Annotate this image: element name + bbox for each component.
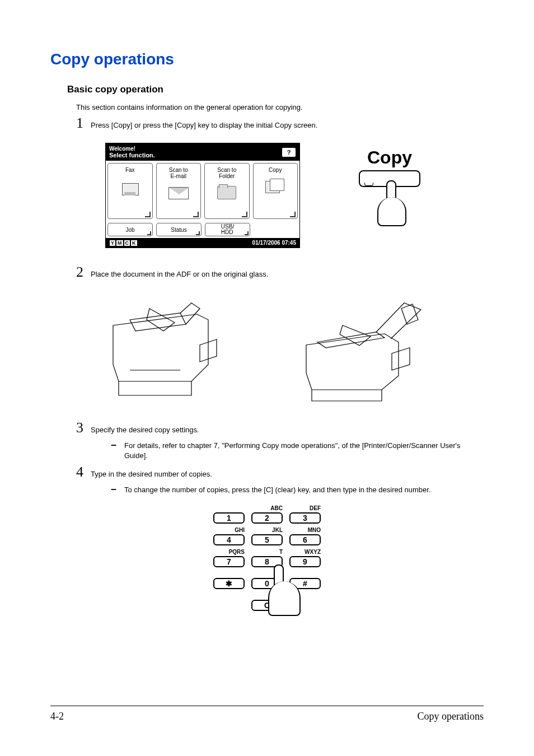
step-4-sub: – To change the number of copies, press … bbox=[111, 485, 484, 495]
figure-row-lcd-and-button: Welcome! Select function. ? Fax Scan to … bbox=[50, 143, 484, 248]
keypad-4[interactable]: 4 bbox=[213, 534, 245, 545]
keypad-star[interactable]: ✱ bbox=[213, 578, 245, 589]
toner-levels: YMCK bbox=[109, 240, 138, 246]
keypad-clear[interactable]: C bbox=[251, 600, 283, 611]
page-footer: 4-2 Copy operations bbox=[50, 706, 484, 722]
lcd-usb-hdd-button[interactable]: USB/ HDD bbox=[205, 223, 250, 236]
keypad-label-t: T bbox=[251, 549, 283, 556]
lcd-copy-button[interactable]: Copy bbox=[253, 163, 298, 219]
keypad-label-abc: ABC bbox=[251, 505, 283, 512]
lcd-fax-button[interactable]: Fax bbox=[107, 163, 153, 219]
dash-icon: – bbox=[111, 485, 124, 495]
lcd-scan-folder-button[interactable]: Scan to Folder bbox=[204, 163, 250, 219]
step-text: Specify the desired copy settings. bbox=[91, 426, 199, 434]
keypad-3[interactable]: 3 bbox=[289, 512, 321, 524]
printer-adf-illustration bbox=[96, 292, 242, 404]
keypad-5[interactable]: 5 bbox=[251, 534, 283, 545]
step-3-sub: – For details, refer to chapter 7, "Perf… bbox=[111, 441, 484, 460]
lcd-usb-hdd-label: USB/ HDD bbox=[221, 224, 234, 235]
step-4: 4 Type in the desired number of copies. bbox=[76, 464, 484, 480]
step-3-sub-text: For details, refer to chapter 7, "Perfor… bbox=[124, 441, 484, 460]
lcd-status-label: Status bbox=[171, 227, 186, 233]
lcd-status-button[interactable]: Status bbox=[156, 223, 202, 236]
subsection-heading: Basic copy operation bbox=[67, 84, 484, 95]
footer-page-number: 4-2 bbox=[50, 711, 64, 722]
step-text: Place the document in the ADF or on the … bbox=[91, 270, 268, 278]
toner-c: C bbox=[124, 240, 130, 246]
lcd-welcome: Welcome! bbox=[109, 146, 155, 152]
step-number: 3 bbox=[76, 419, 91, 436]
toner-y: Y bbox=[110, 240, 115, 246]
keypad-label-def: DEF bbox=[289, 505, 321, 512]
keypad-label-ghi: GHI bbox=[213, 527, 245, 534]
toner-k: K bbox=[131, 240, 137, 246]
lcd-job-button[interactable]: Job bbox=[107, 223, 153, 236]
step-2: 2 Place the document in the ADF or on th… bbox=[76, 264, 484, 281]
step-number: 2 bbox=[76, 264, 91, 281]
figure-row-printers bbox=[50, 292, 484, 404]
lcd-header: Welcome! Select function. ? bbox=[106, 143, 299, 161]
folder-icon bbox=[217, 186, 236, 199]
step-1: 1 Press [Copy] or press the [Copy] key t… bbox=[76, 115, 484, 132]
lcd-job-label: Job bbox=[125, 227, 134, 233]
hardware-copy-button-figure: Copy bbox=[350, 143, 429, 248]
keypad-label-jkl: JKL bbox=[251, 527, 283, 534]
step-number: 4 bbox=[76, 464, 91, 480]
step-text: Press [Copy] or press the [Copy] key to … bbox=[91, 121, 317, 129]
step-text: Type in the desired number of copies. bbox=[91, 470, 212, 478]
step-4-sub-text: To change the number of copies, press th… bbox=[124, 485, 431, 495]
lcd-screen: Welcome! Select function. ? Fax Scan to … bbox=[105, 143, 300, 248]
keypad-label-mno: MNO bbox=[289, 527, 321, 534]
fax-icon bbox=[119, 179, 141, 199]
keypad-9[interactable]: 9 bbox=[289, 556, 321, 567]
lcd-scan-email-label: Scan to E-mail bbox=[157, 167, 201, 179]
keypad-8[interactable]: 8 bbox=[251, 556, 283, 567]
step-number: 1 bbox=[76, 115, 91, 132]
pressing-hand-icon bbox=[373, 190, 406, 230]
lcd-scan-folder-label: Scan to Folder bbox=[205, 167, 249, 179]
copy-pages-icon bbox=[265, 179, 285, 195]
keypad-hash[interactable]: # bbox=[289, 578, 321, 589]
lcd-scan-email-button[interactable]: Scan to E-mail bbox=[156, 163, 202, 219]
toner-m: M bbox=[116, 240, 123, 246]
section-heading: Copy operations bbox=[50, 50, 484, 68]
lcd-datetime: 01/17/2006 07:45 bbox=[252, 240, 296, 246]
printer-glass-illustration bbox=[292, 292, 438, 404]
lcd-select-function: Select function. bbox=[109, 152, 155, 158]
dash-icon: – bbox=[111, 441, 124, 460]
keypad-6[interactable]: 6 bbox=[289, 534, 321, 545]
step-3: 3 Specify the desired copy settings. bbox=[76, 419, 484, 436]
keypad-figure: 1 ABC2 DEF3 GHI4 JKL5 MNO6 PQRS7 T8 WXYZ… bbox=[50, 505, 484, 611]
keypad-1[interactable]: 1 bbox=[213, 512, 245, 524]
keypad-2[interactable]: 2 bbox=[251, 512, 283, 524]
keypad-0[interactable]: 0 bbox=[251, 578, 283, 589]
lcd-status-bar: YMCK 01/17/2006 07:45 bbox=[106, 238, 299, 248]
keypad-label-wxyz: WXYZ bbox=[289, 549, 321, 556]
footer-title: Copy operations bbox=[418, 711, 484, 722]
lcd-copy-label: Copy bbox=[254, 167, 298, 173]
keypad-label-pqrs: PQRS bbox=[213, 549, 245, 556]
help-icon[interactable]: ? bbox=[282, 147, 296, 157]
hardware-copy-label: Copy bbox=[350, 147, 429, 168]
envelope-icon bbox=[168, 187, 189, 199]
lcd-fax-label: Fax bbox=[108, 167, 152, 173]
intro-text: This section contains information on the… bbox=[76, 103, 484, 111]
keypad-7[interactable]: 7 bbox=[213, 556, 245, 567]
